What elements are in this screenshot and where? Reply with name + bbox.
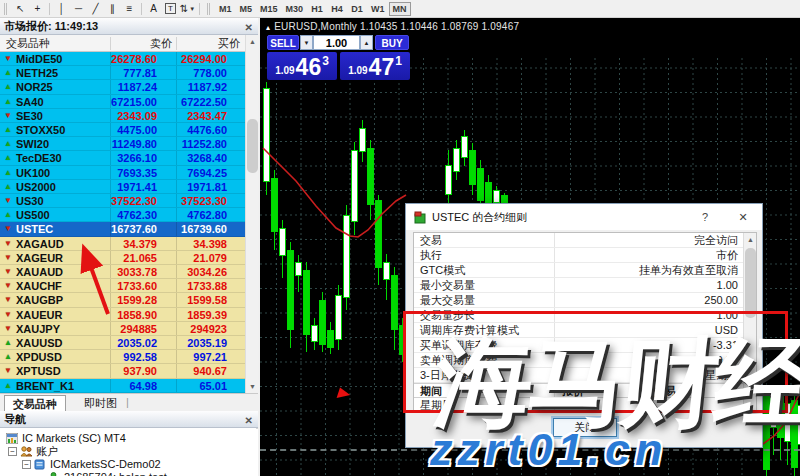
spec-value: 挂单为有效直至取消 <box>639 263 738 278</box>
buy-price-panel[interactable]: 1.09 47 1 <box>340 52 410 80</box>
chart-window-icon[interactable]: ▴ <box>266 23 270 32</box>
column-symbol[interactable]: 交易品种 <box>6 35 50 52</box>
ask-price: 3268.40 <box>187 151 227 165</box>
market-watch-row[interactable]: ▲US20001971.411971.81 <box>0 180 245 194</box>
market-watch-row[interactable]: ▼XAUCHF1733.601733.88 <box>0 279 245 293</box>
market-watch-row[interactable]: ▲SA4067215.0067222.50 <box>0 95 245 109</box>
timeframe-w1-button[interactable]: W1 <box>367 2 389 16</box>
market-watch-row[interactable]: ▼SE302343.092343.47 <box>0 109 245 123</box>
equidistant-channel-icon[interactable]: ∥ <box>104 1 121 16</box>
market-watch-row[interactable]: ▲NETH25777.81778.00 <box>0 66 245 80</box>
market-watch-row[interactable]: ▲BRENT_K164.9865.01 <box>0 379 245 393</box>
trendline-icon[interactable]: ╱ <box>87 1 104 16</box>
navigator-item[interactable]: 21685704: helen test <box>0 471 258 476</box>
tab-symbols[interactable]: 交易品种 <box>4 395 66 411</box>
market-watch-row[interactable]: ▼US3037522.3037523.30 <box>0 194 245 208</box>
down-arrow-icon: ▼ <box>4 238 12 250</box>
dialog-help-button[interactable]: ? <box>694 208 716 226</box>
timeframe-m30-button[interactable]: M30 <box>282 2 308 16</box>
tree-collapse-icon[interactable]: − <box>22 460 31 469</box>
market-watch-row[interactable]: ▲XAUUSD2035.022035.19 <box>0 336 245 350</box>
timeframe-d1-button[interactable]: D1 <box>347 2 367 16</box>
bid-price: 992.58 <box>123 350 157 364</box>
text-icon[interactable]: A <box>145 1 162 16</box>
scrollbar-thumb[interactable] <box>247 119 258 173</box>
market-watch-row[interactable]: ▲NOR251187.241187.92 <box>0 80 245 94</box>
market-watch-row[interactable]: ▼XAUAUD3033.783034.26 <box>0 265 245 279</box>
crosshair-icon[interactable]: + <box>29 1 46 16</box>
market-watch-row[interactable]: ▲XPDUSD992.58997.21 <box>0 350 245 364</box>
market-watch-close-icon[interactable]: ✕ <box>245 19 253 36</box>
ask-price: 11252.80 <box>182 137 227 151</box>
market-watch-row[interactable]: ▼XAUEUR1858.901859.39 <box>0 308 245 322</box>
text-label-icon[interactable]: T <box>162 1 179 16</box>
cursor-icon[interactable]: ↖ <box>12 1 29 16</box>
sell-price-big: 46 <box>296 56 322 78</box>
market-watch-row[interactable]: ▼XPTUSD937.90940.67 <box>0 364 245 378</box>
market-watch-header: 市场报价: 11:49:13 ✕ <box>0 18 258 35</box>
toolbar-grip[interactable] <box>4 3 9 15</box>
sell-button[interactable]: SELL <box>267 35 299 50</box>
spec-label: 最小交易量 <box>420 278 475 293</box>
volume-increase-button[interactable]: ▲ <box>360 35 373 50</box>
fibonacci-icon[interactable]: ≡ <box>121 1 138 16</box>
symbol-name: US500 <box>16 208 50 222</box>
symbol-name: XAUJPY <box>16 322 60 336</box>
column-ask[interactable]: 买价 <box>218 35 240 52</box>
market-watch-row[interactable]: ▼XAUGBP1599.281599.58 <box>0 293 245 307</box>
market-watch-row[interactable]: ▼MidDE5026278.6026294.00 <box>0 52 245 66</box>
timeframe-h4-button[interactable]: H4 <box>327 2 347 16</box>
dialog-titlebar[interactable]: USTEC 的合约细则 ? ✕ <box>406 204 762 230</box>
scroll-up-icon[interactable]: ▲ <box>246 35 259 48</box>
tab-tick-chart[interactable]: 即时图 <box>76 395 125 411</box>
bid-price: 34.379 <box>123 237 157 251</box>
market-watch-row[interactable]: ▼XAGAUD34.37934.398 <box>0 237 245 251</box>
timeframe-m5-button[interactable]: M5 <box>236 2 257 16</box>
navigator-item[interactable]: −账户 <box>0 445 258 458</box>
bid-price: 937.90 <box>123 364 157 378</box>
watermark-sub: zzrt01.cn <box>430 424 668 476</box>
scroll-up-icon[interactable]: ▲ <box>744 233 757 246</box>
ask-price: 1971.81 <box>187 180 227 194</box>
buy-button[interactable]: BUY <box>375 35 409 50</box>
market-watch-row[interactable]: ▲STOXX504475.004476.60 <box>0 123 245 137</box>
ask-price: 1733.88 <box>187 279 227 293</box>
ask-price: 940.67 <box>193 364 227 378</box>
arrows-icon[interactable]: ⇅▼ <box>179 1 196 16</box>
dialog-title: USTEC 的合约细则 <box>432 210 527 225</box>
timeframe-m15-button[interactable]: M15 <box>256 2 282 16</box>
symbol-name: XAUCHF <box>16 279 62 293</box>
market-watch-row[interactable]: ▼USTEC16737.6016739.60 <box>0 222 245 236</box>
market-watch-row[interactable]: ▲SWI2011249.8011252.80 <box>0 137 245 151</box>
tree-collapse-icon[interactable]: − <box>8 447 17 456</box>
toolbar-grip-2[interactable] <box>207 3 212 15</box>
navigator-item[interactable]: −ICMarketsSC-Demo02 <box>0 458 258 471</box>
dialog-close-button[interactable]: ✕ <box>732 208 754 226</box>
market-watch-row[interactable]: ▼XAGEUR21.06521.079 <box>0 251 245 265</box>
vertical-line-icon[interactable]: │ <box>53 1 70 16</box>
down-arrow-icon: ▼ <box>4 252 12 264</box>
timeframe-m1-button[interactable]: M1 <box>215 2 236 16</box>
volume-input[interactable]: 1.00 <box>313 35 360 50</box>
buy-price-big: 47 <box>369 56 395 78</box>
horizontal-line-icon[interactable]: ─ <box>70 1 87 16</box>
volume-decrease-button[interactable]: ▼ <box>300 35 313 50</box>
timeframe-mn-button[interactable]: MN <box>389 2 411 16</box>
navigator-item[interactable]: IC Markets (SC) MT4 <box>0 432 258 445</box>
sell-price-panel[interactable]: 1.09 46 3 <box>267 52 337 80</box>
market-watch-row[interactable]: ▲US5004762.304762.80 <box>0 208 245 222</box>
market-watch-row[interactable]: ▲TecDE303266.103268.40 <box>0 151 245 165</box>
symbol-name: BRENT_K1 <box>16 379 74 393</box>
market-watch-row[interactable]: ▼XAUJPY294885294923 <box>0 322 245 336</box>
market-watch-row[interactable]: ▲UK1007693.357694.25 <box>0 166 245 180</box>
bid-price: 21.065 <box>123 251 157 265</box>
column-bid[interactable]: 卖价 <box>150 35 172 52</box>
navigator-close-icon[interactable]: ✕ <box>245 412 253 429</box>
market-watch-scrollbar[interactable]: ▲ ▼ <box>245 35 258 393</box>
timeframe-h1-button[interactable]: H1 <box>307 2 327 16</box>
bid-price: 3266.10 <box>117 151 157 165</box>
scrollbar-thumb[interactable] <box>745 248 756 318</box>
scroll-down-icon[interactable]: ▼ <box>246 380 259 393</box>
symbol-name: XAGAUD <box>16 237 64 251</box>
symbol-name: TecDE30 <box>16 151 62 165</box>
